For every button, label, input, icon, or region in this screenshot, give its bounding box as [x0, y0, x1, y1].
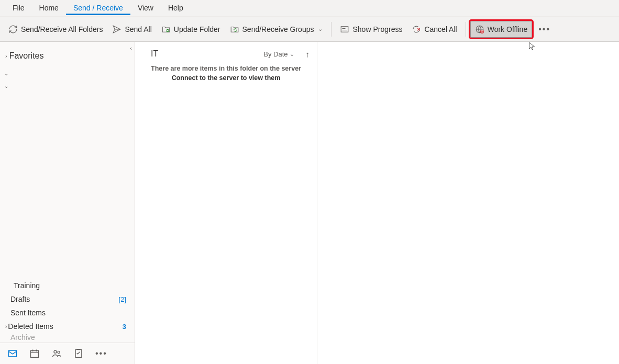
menu-send-receive[interactable]: Send / Receive: [66, 1, 130, 15]
update-folder-label: Update Folder: [174, 25, 220, 33]
favorites-header[interactable]: › Favorites: [0, 42, 135, 65]
folder-label: Archive: [10, 333, 35, 340]
folder-label: Drafts: [10, 295, 30, 303]
update-folder-button[interactable]: Update Folder: [157, 21, 225, 37]
folder-name: IT: [151, 49, 259, 59]
chevron-right-icon: ›: [5, 324, 7, 329]
send-receive-groups-label: Send/Receive Groups: [242, 25, 314, 33]
svg-rect-4: [31, 350, 39, 357]
folder-account-1[interactable]: ⌄ I: [0, 67, 135, 79]
chevron-down-icon: ⌄: [4, 83, 10, 89]
folder-tree: ⌄ I ⌄ I: [0, 65, 135, 94]
folder-account-2[interactable]: ⌄ I: [0, 79, 135, 92]
lower-folders: Training Drafts [2] Sent Items › Deleted…: [0, 279, 135, 343]
chevron-down-icon: ⌄: [4, 71, 10, 76]
connect-server-link[interactable]: Connect to the server to view them: [135, 72, 317, 85]
nav-footer: •••: [0, 343, 135, 364]
menu-home[interactable]: Home: [32, 1, 66, 15]
svg-point-5: [54, 350, 57, 353]
folder-pane: ‹ › Favorites ⌄ I ⌄ I Training Drafts [2…: [0, 42, 135, 364]
send-receive-all-button[interactable]: Send/Receive All Folders: [4, 21, 107, 37]
folder-refresh-icon: [161, 25, 171, 34]
main-area: ‹ › Favorites ⌄ I ⌄ I Training Drafts [2…: [0, 42, 619, 364]
folder-sync-icon: [230, 25, 239, 34]
svg-point-6: [58, 351, 60, 353]
server-more-items-msg: There are more items in this folder on t…: [135, 62, 317, 72]
sort-by-button[interactable]: By Date ⌄: [263, 50, 294, 58]
folder-label: Deleted Items: [8, 322, 53, 331]
chevron-right-icon: ›: [5, 53, 7, 59]
cancel-all-label: Cancel All: [424, 25, 457, 33]
favorites-label: Favorites: [9, 51, 44, 61]
send-receive-all-label: Send/Receive All Folders: [21, 25, 103, 33]
cancel-all-button[interactable]: Cancel All: [407, 21, 461, 37]
svg-rect-3: [9, 350, 17, 357]
folder-sent-items[interactable]: Sent Items: [0, 306, 135, 320]
folder-drafts[interactable]: Drafts [2]: [0, 292, 135, 306]
menu-file[interactable]: File: [5, 1, 32, 15]
refresh-icon: [8, 25, 18, 34]
message-list-pane: IT By Date ⌄ ↑ There are more items in t…: [135, 42, 317, 364]
menubar: File Home Send / Receive View Help: [0, 0, 619, 17]
folder-deleted-items[interactable]: › Deleted Items 3: [0, 320, 135, 333]
separator: [466, 22, 466, 37]
ellipsis-icon: •••: [538, 25, 550, 34]
progress-icon: [340, 25, 349, 34]
work-offline-label: Work Offline: [488, 25, 528, 33]
chevron-down-icon: ⌄: [318, 26, 323, 32]
more-options-button[interactable]: •••: [533, 21, 556, 37]
sort-direction-button[interactable]: ↑: [306, 50, 310, 59]
folder-label: Sent Items: [10, 309, 46, 317]
separator: [331, 22, 331, 37]
cancel-refresh-icon: [412, 25, 421, 34]
sort-label: By Date: [263, 50, 288, 58]
svg-rect-0: [341, 26, 349, 32]
show-progress-label: Show Progress: [352, 25, 402, 33]
menu-help[interactable]: Help: [161, 1, 191, 15]
more-nav-icon[interactable]: •••: [95, 349, 107, 358]
folder-label: Training: [14, 281, 40, 290]
send-all-button[interactable]: Send All: [108, 21, 156, 37]
menu-view[interactable]: View: [130, 1, 161, 15]
reading-pane: [317, 42, 619, 364]
count-badge: 3: [123, 323, 126, 331]
calendar-icon[interactable]: [29, 348, 40, 359]
mail-icon[interactable]: [7, 348, 18, 359]
send-all-label: Send All: [125, 25, 151, 33]
chevron-down-icon: ⌄: [290, 51, 294, 58]
collapse-sidebar-button[interactable]: ‹: [127, 44, 135, 52]
toolbar: Send/Receive All Folders Send All Update…: [0, 17, 619, 42]
work-offline-button[interactable]: Work Offline: [470, 21, 533, 38]
send-receive-groups-button[interactable]: Send/Receive Groups ⌄: [226, 21, 327, 37]
count-badge: [2]: [119, 295, 126, 303]
send-icon: [112, 25, 121, 34]
folder-training[interactable]: Training: [0, 279, 135, 292]
folder-archive[interactable]: Archive: [0, 333, 135, 340]
tasks-icon[interactable]: [73, 348, 84, 359]
people-icon[interactable]: [51, 348, 62, 359]
globe-offline-icon: [475, 25, 484, 34]
list-header: IT By Date ⌄ ↑: [135, 42, 317, 62]
show-progress-button[interactable]: Show Progress: [336, 21, 406, 37]
